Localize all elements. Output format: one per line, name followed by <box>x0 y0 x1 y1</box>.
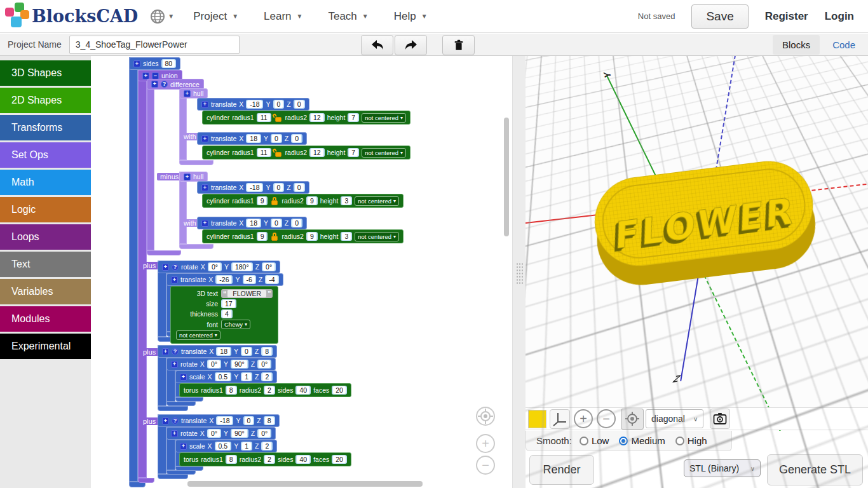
value-field[interactable]: 3 <box>341 232 352 241</box>
add-input-icon[interactable]: + <box>133 60 140 67</box>
block-hull[interactable]: +hull <box>179 172 208 182</box>
add-input-icon[interactable]: + <box>201 135 208 142</box>
value-field[interactable]: 3 <box>341 196 352 205</box>
language-menu[interactable]: ▼ <box>149 8 174 25</box>
block-rotate[interactable]: +rotateX0°Y90°Z0° <box>166 427 276 440</box>
tab-code[interactable]: Code <box>832 39 859 50</box>
add-input-icon[interactable]: + <box>162 264 169 271</box>
add-input-icon[interactable]: + <box>171 430 178 437</box>
input-label-plus[interactable]: plus <box>140 417 159 425</box>
sidebar-item-text[interactable]: Text <box>0 252 91 277</box>
add-input-icon[interactable]: + <box>201 220 208 227</box>
sidebar-item-variables[interactable]: Variables <box>0 279 91 304</box>
value-field[interactable]: 0 <box>294 100 305 109</box>
sidebar-item-experimental[interactable]: Experimental <box>0 334 91 359</box>
value-field[interactable]: 8 <box>261 347 273 356</box>
block-cylinder[interactable]: cylinderradius19radius29height3not cente… <box>202 194 403 208</box>
value-field[interactable]: 17 <box>221 299 236 308</box>
value-field[interactable]: 0 <box>291 219 302 227</box>
value-field[interactable]: 18 <box>216 347 231 356</box>
value-field[interactable]: 0 <box>243 416 255 425</box>
value-field[interactable]: 12 <box>309 148 325 157</box>
sidebar-item-modules[interactable]: Modules <box>0 306 91 332</box>
block-scale[interactable]: +scaleX0.5Y1Z2 <box>175 440 277 452</box>
export-format-dropdown[interactable]: STL (Binary) ∨ <box>684 459 761 477</box>
add-input-icon[interactable]: + <box>180 374 187 381</box>
value-field[interactable]: 0 <box>241 347 252 356</box>
value-field[interactable]: 40 <box>295 455 311 464</box>
dropdown-field[interactable]: not centered▾ <box>176 330 220 340</box>
value-field[interactable]: 0 <box>271 134 282 143</box>
vertical-scrollbar[interactable] <box>504 118 509 236</box>
sidebar-item-transforms[interactable]: Transforms <box>0 115 91 140</box>
block-translate[interactable]: +?translateX-18Y0Z8 <box>158 414 280 427</box>
redo-button[interactable] <box>395 35 427 55</box>
delete-all-button[interactable] <box>442 35 475 55</box>
dropdown-field[interactable]: not centered▾ <box>362 148 406 158</box>
value-field[interactable]: 8 <box>226 386 237 395</box>
block-cylinder[interactable]: cylinderradius19radius29height3not cente… <box>202 229 403 243</box>
horizontal-scrollbar[interactable] <box>187 481 423 487</box>
view-angle-dropdown[interactable]: diagonal ∨ <box>646 409 703 428</box>
register-link[interactable]: Register <box>765 10 808 23</box>
value-field[interactable]: 9 <box>306 196 318 205</box>
value-field[interactable]: 90° <box>231 360 248 369</box>
add-input-icon[interactable]: + <box>171 276 178 283</box>
remove-input-icon[interactable]: − <box>152 72 159 79</box>
block-translate[interactable]: +translateX18Y0Z0 <box>197 217 307 229</box>
value-field[interactable]: 11 <box>257 113 271 122</box>
add-input-icon[interactable]: + <box>180 443 187 450</box>
add-input-icon[interactable]: + <box>142 72 149 79</box>
value-field[interactable]: 40 <box>295 386 311 395</box>
block-cylinder[interactable]: cylinderradius111radius212height7not cen… <box>202 111 410 125</box>
value-field[interactable]: 4 <box>221 309 233 318</box>
menu-learn[interactable]: Learn▼ <box>264 10 302 23</box>
value-field[interactable]: 0° <box>207 429 221 438</box>
block-rotate[interactable]: +?rotateX0°Y180°Z0° <box>158 261 280 273</box>
value-field[interactable]: -26 <box>215 275 233 284</box>
value-field[interactable]: 90° <box>231 429 248 438</box>
value-field[interactable]: -4 <box>265 275 278 284</box>
input-label-plus[interactable]: plus <box>140 348 159 356</box>
block-rotate[interactable]: +rotateX0°Y90°Z0° <box>166 358 276 370</box>
render-button[interactable]: Render <box>529 455 594 485</box>
value-field[interactable]: 12 <box>309 113 325 122</box>
help-icon[interactable]: ? <box>161 81 168 88</box>
sidebar-item-3d-shapes[interactable]: 3D Shapes <box>0 60 91 86</box>
smooth-radio-low[interactable]: Low <box>580 435 609 446</box>
zoom-out-button[interactable]: − <box>476 456 495 475</box>
input-label-plus[interactable]: plus <box>140 262 159 269</box>
dropdown-field[interactable]: Chewy▾ <box>221 320 250 329</box>
value-field[interactable]: 0° <box>257 429 271 438</box>
add-input-icon[interactable]: + <box>171 361 178 368</box>
add-input-icon[interactable]: + <box>201 101 208 108</box>
value-field[interactable]: 2 <box>261 372 273 381</box>
value-field[interactable]: -6 <box>243 275 256 284</box>
sidebar-item-math[interactable]: Math <box>0 170 91 195</box>
value-field[interactable]: 0° <box>262 262 276 271</box>
block-torus[interactable]: torusradius18radius22sides40faces20 <box>179 452 351 466</box>
tab-blocks[interactable]: Blocks <box>773 35 820 55</box>
smooth-radio-high[interactable]: High <box>675 435 707 446</box>
value-field[interactable]: -18 <box>246 100 263 109</box>
block-hull[interactable]: +hull <box>179 88 208 98</box>
sidebar-item-2d-shapes[interactable]: 2D Shapes <box>0 88 91 113</box>
block-cylinder[interactable]: cylinderradius111radius212height7not cen… <box>202 146 410 159</box>
value-field[interactable]: 9 <box>257 232 268 241</box>
menu-teach[interactable]: Teach▼ <box>328 10 368 23</box>
value-field[interactable]: 8 <box>226 455 237 464</box>
value-field[interactable]: 180° <box>231 262 253 271</box>
sidebar-item-set-ops[interactable]: Set Ops <box>0 142 91 168</box>
value-field[interactable]: 2 <box>261 442 273 451</box>
value-field[interactable]: 18 <box>246 134 261 143</box>
add-input-icon[interactable]: + <box>162 348 169 355</box>
value-field[interactable]: 0° <box>208 262 222 271</box>
add-input-icon[interactable]: + <box>201 184 208 191</box>
lock-open-icon[interactable] <box>275 114 282 122</box>
login-link[interactable]: Login <box>825 10 854 23</box>
screenshot-button[interactable] <box>710 409 730 429</box>
generate-stl-button[interactable]: Generate STL <box>767 454 863 485</box>
value-field[interactable]: 9 <box>257 196 268 205</box>
blockscad-logo[interactable]: BlocksCAD <box>5 3 138 30</box>
value-field[interactable]: 80 <box>161 59 177 68</box>
